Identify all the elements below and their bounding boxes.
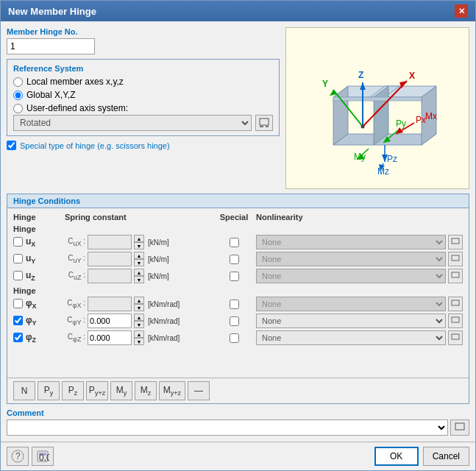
toolbar-btn-py[interactable]: Py — [38, 381, 60, 400]
phiy-nonlinear-select[interactable]: None — [256, 314, 446, 328]
toolbar-btn-py-label: Py — [44, 385, 54, 397]
ux-spring-input[interactable] — [88, 235, 132, 249]
phiy-special-checkbox[interactable] — [230, 316, 239, 326]
uy-special-cell — [212, 255, 256, 264]
reference-system-radio-group: Local member axes x,y,z Global X,Y,Z Use… — [13, 77, 273, 113]
hinge-row-ux: uX CuX : ▲ ▼ [kN/m] — [13, 235, 463, 249]
toolbar-btn-my[interactable]: My — [110, 381, 132, 400]
toolbar-btn-mymz[interactable]: My+z — [159, 381, 185, 400]
toolbar-btn-pypz[interactable]: Py+z — [86, 381, 108, 400]
radio-user-label: User-defined axis system: — [26, 103, 128, 113]
uz-label-cell: uZ — [13, 270, 65, 282]
svg-text:Px: Px — [416, 115, 426, 125]
hinge-row-phiy: φY CφY : ▲ ▼ [kNm/rad] — [13, 314, 463, 328]
toolbar-btn-dash[interactable]: — — [188, 381, 210, 400]
radio-user-input[interactable] — [13, 104, 23, 113]
uz-special-checkbox[interactable] — [230, 272, 239, 281]
special-hinge-row: Special type of hinge (e.g. scissors hin… — [7, 141, 280, 150]
phiy-spring-input[interactable] — [88, 314, 132, 328]
phiz-nonlinear-select[interactable]: None — [256, 330, 446, 345]
footer-help-btn[interactable]: ? — [7, 447, 29, 466]
phiz-spring-input[interactable] — [88, 330, 132, 345]
phiz-special-checkbox[interactable] — [230, 333, 239, 343]
phiz-spin-up[interactable]: ▲ — [134, 330, 144, 338]
uy-special-checkbox[interactable] — [230, 255, 239, 264]
svg-text:Mz: Mz — [377, 166, 389, 177]
uy-spin-up[interactable]: ▲ — [134, 252, 144, 259]
uy-spin-down[interactable]: ▼ — [134, 259, 144, 266]
svg-rect-42 — [452, 334, 459, 339]
ux-nonlinear-select[interactable]: None — [256, 235, 446, 249]
uy-label-cell: uY — [13, 253, 65, 265]
hinge-conditions-section: Hinge Conditions Hinge Spring constant S… — [7, 194, 469, 404]
radio-local[interactable]: Local member axes x,y,z — [13, 77, 273, 87]
phix-checkbox[interactable] — [13, 299, 23, 308]
phix-spring-input[interactable] — [88, 297, 132, 311]
comment-edit-btn[interactable] — [450, 419, 469, 436]
uz-spin-up[interactable]: ▲ — [134, 269, 144, 276]
uz-nonlinear-edit-btn[interactable] — [448, 269, 463, 283]
ux-spin-up[interactable]: ▲ — [134, 235, 144, 242]
phiy-spin-up[interactable]: ▲ — [134, 314, 144, 321]
radio-user[interactable]: User-defined axis system: — [13, 103, 273, 113]
uz-spring-input[interactable] — [88, 269, 132, 283]
phiz-checkbox[interactable] — [13, 333, 23, 342]
ux-unit: [kN/m] — [148, 238, 169, 247]
phiz-nonlinear-edit-btn[interactable] — [448, 330, 463, 345]
toolbar-btn-n[interactable]: N — [13, 381, 35, 400]
dialog-body: Member Hinge No. Reference System Local … — [1, 21, 475, 442]
phiz-spring-cell: CφZ : ▲ ▼ [kNm/rad] — [65, 330, 212, 345]
special-hinge-checkbox[interactable] — [7, 141, 16, 150]
phiy-spring-cell: CφY : ▲ ▼ [kNm/rad] — [65, 314, 212, 328]
ok-button[interactable]: OK — [374, 447, 419, 466]
phix-spinner: ▲ ▼ — [134, 297, 144, 311]
ux-special-checkbox[interactable] — [230, 238, 239, 247]
cancel-button[interactable]: Cancel — [423, 447, 469, 466]
phix-nonlinear-select[interactable]: None — [256, 297, 446, 311]
phiy-checkbox[interactable] — [13, 316, 23, 325]
phiz-spin-down[interactable]: ▼ — [134, 338, 144, 345]
radio-global-input[interactable] — [13, 91, 23, 100]
phiy-label-cell: φY — [13, 315, 65, 327]
uy-label: uY — [26, 253, 35, 265]
rotated-edit-button[interactable] — [255, 115, 273, 131]
uz-nonlinear-select[interactable]: None — [256, 269, 446, 283]
phiy-nonlinear-cell: None — [256, 314, 463, 328]
radio-local-input[interactable] — [13, 77, 23, 87]
uy-nonlinear-select[interactable]: None — [256, 252, 446, 266]
phiy-nonlinear-edit-btn[interactable] — [448, 314, 463, 328]
ux-spring-cell: CuX : ▲ ▼ [kN/m] — [65, 235, 212, 249]
ux-special-cell — [212, 238, 256, 247]
header-hinge: Hinge — [13, 213, 65, 222]
member-hinge-no-input[interactable] — [7, 38, 95, 54]
phix-special-checkbox[interactable] — [230, 300, 239, 309]
phix-nonlinear-edit-btn[interactable] — [448, 297, 463, 311]
rotated-dropdown-row: Rotated — [13, 115, 273, 131]
svg-rect-37 — [452, 238, 459, 244]
comment-dropdown[interactable] — [7, 419, 448, 436]
uy-checkbox[interactable] — [13, 254, 23, 263]
close-button[interactable]: ✕ — [455, 4, 468, 18]
phiy-spin-down[interactable]: ▼ — [134, 321, 144, 328]
phix-spin-up[interactable]: ▲ — [134, 297, 144, 304]
phix-spin-down[interactable]: ▼ — [134, 304, 144, 311]
rotated-dropdown[interactable]: Rotated — [13, 115, 252, 131]
ux-spin-down[interactable]: ▼ — [134, 242, 144, 249]
toolbar-btn-pz[interactable]: Pz — [62, 381, 84, 400]
radio-global[interactable]: Global X,Y,Z — [13, 90, 273, 100]
ux-label-cell: uX — [13, 236, 65, 248]
uz-checkbox[interactable] — [13, 271, 23, 280]
hinge-toolbar: N Py Pz Py+z My Mz My+z — [7, 378, 469, 403]
translation-section-label: Hinge — [13, 224, 463, 233]
ux-nonlinear-edit-btn[interactable] — [448, 235, 463, 249]
footer-calc-btn[interactable]: 0.00 — [32, 447, 54, 466]
comment-row — [7, 419, 469, 436]
uz-spin-down[interactable]: ▼ — [134, 276, 144, 283]
toolbar-btn-mz[interactable]: Mz — [135, 381, 157, 400]
svg-rect-39 — [452, 272, 459, 277]
member-hinge-no-label: Member Hinge No. — [7, 27, 280, 36]
ux-checkbox[interactable] — [13, 237, 23, 247]
hinge-row-phiz: φZ CφZ : ▲ ▼ [kNm/rad] — [13, 330, 463, 345]
uy-spring-input[interactable] — [88, 252, 132, 266]
uy-nonlinear-edit-btn[interactable] — [448, 252, 463, 266]
